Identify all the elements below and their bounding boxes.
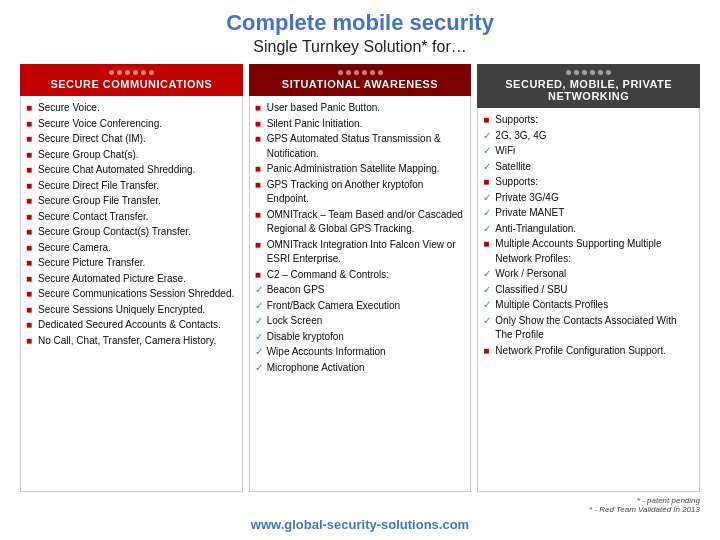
list-item: ■Secure Voice. xyxy=(26,101,237,116)
list-item: ■Multiple Accounts Supporting Multiple N… xyxy=(483,237,694,266)
sub-title: Single Turnkey Solution* for… xyxy=(253,38,466,56)
columns: SECURE COMMUNICATIONS ■Secure Voice.■Sec… xyxy=(20,64,700,492)
col-header-situational-awareness: SITUATIONAL AWARENESS xyxy=(249,64,472,96)
list-item: ✓Anti-Triangulation. xyxy=(483,222,694,237)
list-item: ■OMNITrack – Team Based and/or Cascaded … xyxy=(255,208,466,237)
footer: * - patent pending * - Red Team Validate… xyxy=(20,496,700,514)
col-header-secure-communications: SECURE COMMUNICATIONS xyxy=(20,64,243,96)
list-item: ✓Private MANET xyxy=(483,206,694,221)
page: Complete mobile security Single Turnkey … xyxy=(0,0,720,540)
list-item: ✓Front/Back Camera Execution xyxy=(255,299,466,314)
list-item: ✓Microphone Activation xyxy=(255,361,466,376)
list-item: ✓Lock Screen xyxy=(255,314,466,329)
list-item: ■Silent Panic Initiation. xyxy=(255,117,466,132)
col-body-secure-communications: ■Secure Voice.■Secure Voice Conferencing… xyxy=(20,96,243,492)
list-item: ■Panic Administration Satellite Mapping. xyxy=(255,162,466,177)
list-item: ✓WiFi xyxy=(483,144,694,159)
list-item: ■Secure Sessions Uniquely Encrypted. xyxy=(26,303,237,318)
column-situational-awareness: SITUATIONAL AWARENESS ■User based Panic … xyxy=(249,64,472,492)
list-item: ✓Private 3G/4G xyxy=(483,191,694,206)
list-item: ✓Disable kryptofon xyxy=(255,330,466,345)
list-item: ■Secure Automated Picture Erase. xyxy=(26,272,237,287)
column-networking: SECURED, MOBILE, PRIVATE NETWORKING ■Sup… xyxy=(477,64,700,492)
list-item: ✓Wipe Accounts Information xyxy=(255,345,466,360)
list-item: ✓Multiple Contacts Profiles xyxy=(483,298,694,313)
list-item: ✓Satellite xyxy=(483,160,694,175)
list-item: ■Supports: xyxy=(483,113,694,128)
list-item: ✓2G, 3G, 4G xyxy=(483,129,694,144)
website: www.global-security-solutions.com xyxy=(20,517,700,532)
list-item: ■Secure Chat Automated Shredding. xyxy=(26,163,237,178)
list-item: ■Dedicated Secured Accounts & Contacts. xyxy=(26,318,237,333)
list-item: ■User based Panic Button. xyxy=(255,101,466,116)
list-item: ■Secure Group Chat(s). xyxy=(26,148,237,163)
patent-note2: * - Red Team Validated In 2013 xyxy=(589,505,700,514)
list-item: ■Secure Camera. xyxy=(26,241,237,256)
list-item: ■Secure Contact Transfer. xyxy=(26,210,237,225)
col-body-networking: ■Supports:✓2G, 3G, 4G✓WiFi✓Satellite■Sup… xyxy=(477,108,700,492)
list-item: ■Secure Picture Transfer. xyxy=(26,256,237,271)
patent-note1: * - patent pending xyxy=(637,496,700,505)
list-item: ■Secure Group File Transfer. xyxy=(26,194,237,209)
list-item: ■C2 – Command & Controls: xyxy=(255,268,466,283)
main-title: Complete mobile security xyxy=(226,10,494,36)
list-item: ■Secure Voice Conferencing. xyxy=(26,117,237,132)
list-item: ■Secure Direct Chat (IM). xyxy=(26,132,237,147)
list-item: ■Secure Group Contact(s) Transfer. xyxy=(26,225,237,240)
list-item: ✓Only Show the Contacts Associated With … xyxy=(483,314,694,343)
list-item: ■Secure Direct File Transfer. xyxy=(26,179,237,194)
list-item: ■Network Profile Configuration Support. xyxy=(483,344,694,359)
list-item: ■GPS Tracking on Another kryptofon Endpo… xyxy=(255,178,466,207)
list-item: ■No Call, Chat, Transfer, Camera History… xyxy=(26,334,237,349)
list-item: ✓Beacon GPS xyxy=(255,283,466,298)
col-header-networking: SECURED, MOBILE, PRIVATE NETWORKING xyxy=(477,64,700,108)
list-item: ■Secure Communications Session Shredded. xyxy=(26,287,237,302)
col-body-situational-awareness: ■User based Panic Button.■Silent Panic I… xyxy=(249,96,472,492)
list-item: ✓Classified / SBU xyxy=(483,283,694,298)
list-item: ✓Work / Personal xyxy=(483,267,694,282)
list-item: ■OMNITrack Integration Into Falcon View … xyxy=(255,238,466,267)
list-item: ■GPS Automated Status Transmission & Not… xyxy=(255,132,466,161)
list-item: ■Supports: xyxy=(483,175,694,190)
column-secure-communications: SECURE COMMUNICATIONS ■Secure Voice.■Sec… xyxy=(20,64,243,492)
